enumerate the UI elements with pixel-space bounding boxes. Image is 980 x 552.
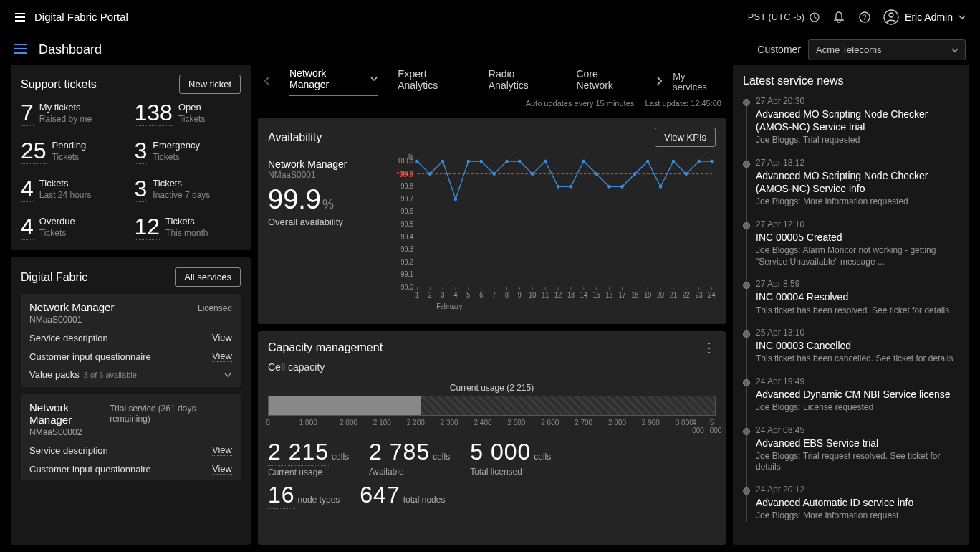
availability-overall-label: Overall availability: [268, 216, 383, 227]
tab-expert-analytics[interactable]: Expert Analytics: [398, 67, 469, 96]
capacity-stat: 647total nodes: [360, 482, 445, 509]
news-item[interactable]: 27 Apr 20:30 Advanced MO Scripting Node …: [756, 96, 959, 146]
svg-text:3: 3: [441, 291, 445, 300]
user-menu[interactable]: Eric Admin: [883, 9, 966, 25]
new-ticket-button[interactable]: New ticket: [179, 75, 241, 94]
brand-title: Digital Fabric Portal: [34, 11, 128, 23]
capacity-stat-unit: node types: [298, 495, 340, 505]
capacity-stat-number: 16: [268, 482, 295, 509]
news-item[interactable]: 24 Apr 19:49 Advanced Dynamic CM NBI Ser…: [756, 376, 959, 414]
svg-text:22: 22: [683, 291, 690, 300]
svg-text:99.0: 99.0: [400, 283, 413, 292]
svg-text:99.6: 99.6: [400, 207, 413, 216]
tab-label: Expert Analytics: [398, 68, 469, 91]
tab-network-manager[interactable]: Network Manager: [289, 67, 378, 96]
capacity-axis-tick: 2 900: [642, 419, 660, 427]
news-dot-icon: [743, 99, 750, 106]
svg-text:99.3: 99.3: [400, 245, 413, 254]
capacity-stat-unit: cells: [534, 452, 551, 462]
news-item[interactable]: 24 Apr 08:45 Advanced EBS Service trial …: [756, 425, 959, 473]
capacity-stat-number: 2 215: [268, 439, 329, 466]
ticket-sublabel: This month: [165, 228, 208, 239]
help-icon[interactable]: ?: [858, 10, 872, 24]
menu-toggle-icon[interactable]: [14, 44, 27, 56]
timezone-display[interactable]: PST (UTC -5): [748, 11, 820, 23]
news-item[interactable]: 24 Apr 20:12 Advanced Automatic ID servi…: [756, 485, 959, 522]
capacity-axis-tick: 1 000: [299, 419, 317, 427]
ticket-stat[interactable]: 4 Tickets Last 24 hours: [21, 177, 128, 202]
svg-rect-1: [15, 16, 25, 18]
svg-point-27: [479, 160, 482, 163]
svg-point-28: [492, 172, 495, 176]
ticket-stat[interactable]: 25 Pending Tickets: [21, 139, 128, 164]
news-headline: Advanced Dynamic CM NBI Service license: [756, 388, 959, 401]
svg-point-38: [620, 185, 623, 189]
capacity-axis-tick: 2 000: [340, 419, 357, 427]
news-timestamp: 27 Apr 18:12: [756, 158, 959, 168]
capacity-stat: 2 785cellsAvailable: [369, 439, 450, 477]
tab-core-network[interactable]: Core Network: [576, 67, 637, 96]
svg-text:14: 14: [580, 291, 587, 300]
svg-text:99.5: 99.5: [400, 220, 413, 229]
svg-text:5: 5: [466, 291, 470, 300]
news-headline: INC 00004 Resolved: [756, 290, 959, 303]
ticket-stat[interactable]: 3 Emergency Tickets: [135, 139, 241, 164]
view-link[interactable]: View: [212, 332, 232, 343]
customer-select[interactable]: Acme Telecoms: [808, 39, 966, 60]
news-headline: Advanced EBS Service trial: [756, 437, 959, 449]
news-description: Joe Bloggs: More information requested: [756, 196, 959, 208]
news-headline: INC 00003 Cancelled: [756, 339, 959, 352]
all-services-button[interactable]: All services: [175, 267, 241, 287]
svg-point-24: [441, 160, 444, 163]
ticket-number: 3: [135, 139, 148, 164]
view-kpis-button[interactable]: View KPIs: [655, 128, 716, 147]
ticket-stat[interactable]: 4 Overdue Tickets: [21, 215, 128, 240]
tab-radio-analytics[interactable]: Radio Analytics: [489, 67, 557, 96]
tabs-next-arrow[interactable]: [654, 76, 664, 88]
view-link[interactable]: View: [212, 351, 232, 362]
ticket-number: 4: [21, 215, 34, 240]
chevron-down-icon[interactable]: [224, 371, 232, 379]
tabs-prev-arrow[interactable]: [262, 76, 272, 88]
svg-text:99.4: 99.4: [400, 232, 413, 241]
news-dot-icon: [743, 282, 750, 289]
news-item[interactable]: 25 Apr 13:10 INC 00003 Cancelled This ti…: [756, 328, 959, 365]
news-item[interactable]: 27 Apr 12:10 INC 00005 Created Joe Blogg…: [756, 219, 959, 267]
capacity-more-icon[interactable]: ⋮: [703, 345, 716, 351]
ticket-stat[interactable]: 7 My tickets Raised by me: [21, 101, 128, 126]
news-timestamp: 25 Apr 13:10: [756, 328, 959, 338]
ticket-number: 25: [21, 139, 47, 164]
view-link[interactable]: View: [212, 444, 232, 456]
ticket-label: Pending: [52, 140, 87, 152]
capacity-panel: Capacity management ⋮ Cell capacity Curr…: [258, 331, 726, 545]
svg-text:15: 15: [593, 291, 600, 300]
capacity-axis-tick: 2 300: [441, 419, 458, 427]
ticket-stat[interactable]: 12 Tickets This month: [135, 215, 241, 240]
capacity-stat: 16node types: [268, 482, 340, 509]
capacity-stat-unit: total nodes: [403, 495, 446, 505]
my-services-link[interactable]: My services: [673, 71, 721, 92]
svg-text:99.2: 99.2: [400, 257, 413, 266]
svg-point-31: [531, 172, 534, 176]
capacity-stat-number: 5 000: [470, 439, 531, 465]
capacity-axis-tick: 5 000: [710, 419, 722, 434]
capacity-subtitle: Cell capacity: [268, 361, 716, 373]
view-link[interactable]: View: [212, 463, 232, 475]
notifications-icon[interactable]: [832, 10, 846, 24]
news-item[interactable]: 27 Apr 8:59 INC 00004 Resolved This tick…: [756, 279, 959, 316]
ticket-sublabel: Last 24 hours: [39, 190, 92, 201]
svg-point-23: [428, 172, 431, 176]
svg-text:99.7: 99.7: [400, 194, 413, 203]
svg-text:February: February: [436, 303, 462, 311]
svg-text:21: 21: [670, 291, 677, 300]
svg-text:%: %: [408, 154, 414, 161]
digital-fabric-panel: Digital Fabric All services Network Mana…: [11, 257, 251, 545]
value-packs-label: Value packs: [29, 369, 80, 380]
capacity-stat-number: 2 785: [369, 439, 430, 465]
svg-text:99.1: 99.1: [400, 270, 413, 279]
news-description: Joe Bloggs: Trial request resolved. See …: [756, 451, 959, 473]
news-description: Joe Bloggs: Alarm Monitor not working - …: [756, 245, 959, 267]
ticket-stat[interactable]: 3 Tickets Inactive 7 days: [135, 177, 241, 202]
ticket-stat[interactable]: 138 Open Tickets: [135, 101, 241, 126]
news-item[interactable]: 27 Apr 18:12 Advanced MO Scripting Node …: [756, 158, 959, 208]
